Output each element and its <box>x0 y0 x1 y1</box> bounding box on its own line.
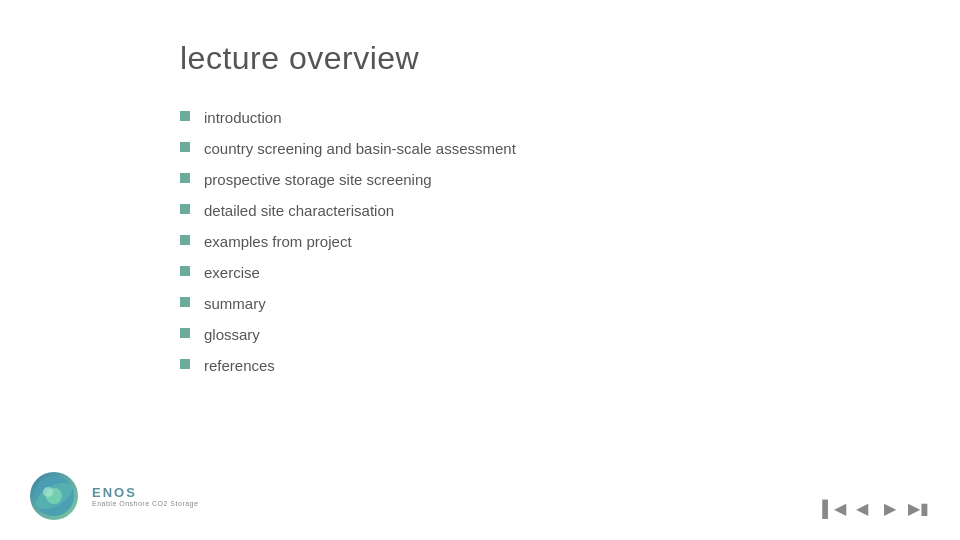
logo-icon <box>32 474 76 518</box>
logo-area: ENOS Enable Onshore CO2 Storage <box>30 472 198 520</box>
bullet-icon <box>180 173 190 183</box>
bullet-icon <box>180 111 190 121</box>
nav-prev-button[interactable]: ◀ <box>850 496 874 520</box>
bullet-icon <box>180 235 190 245</box>
nav-last-button[interactable]: ▶▮ <box>906 496 930 520</box>
logo-subtitle: Enable Onshore CO2 Storage <box>92 500 198 507</box>
bullet-text: examples from project <box>204 231 352 252</box>
bullet-item: examples from project <box>180 231 900 252</box>
bullet-icon <box>180 328 190 338</box>
bullet-item: references <box>180 355 900 376</box>
svg-point-3 <box>43 487 53 497</box>
bullet-item: summary <box>180 293 900 314</box>
bullet-text: exercise <box>204 262 260 283</box>
bullet-text: glossary <box>204 324 260 345</box>
bullet-icon <box>180 359 190 369</box>
bullet-item: country screening and basin-scale assess… <box>180 138 900 159</box>
bullet-text: prospective storage site screening <box>204 169 432 190</box>
slide: lecture overview introductioncountry scr… <box>0 0 960 540</box>
bullet-item: exercise <box>180 262 900 283</box>
bullet-icon <box>180 142 190 152</box>
bullet-text: summary <box>204 293 266 314</box>
bullet-icon <box>180 266 190 276</box>
bullet-text: introduction <box>204 107 282 128</box>
bullet-icon <box>180 297 190 307</box>
bullet-text: country screening and basin-scale assess… <box>204 138 516 159</box>
nav-next-button[interactable]: ▶ <box>878 496 902 520</box>
logo-circle <box>30 472 78 520</box>
bullet-item: introduction <box>180 107 900 128</box>
slide-title: lecture overview <box>180 40 900 77</box>
bullet-item: glossary <box>180 324 900 345</box>
bullet-list: introductioncountry screening and basin-… <box>180 107 900 386</box>
logo-text-area: ENOS Enable Onshore CO2 Storage <box>92 485 198 507</box>
bullet-text: detailed site characterisation <box>204 200 394 221</box>
bullet-text: references <box>204 355 275 376</box>
logo-name: ENOS <box>92 485 198 500</box>
bullet-icon <box>180 204 190 214</box>
bullet-item: prospective storage site screening <box>180 169 900 190</box>
nav-first-button[interactable]: ▌◀ <box>822 496 846 520</box>
bullet-item: detailed site characterisation <box>180 200 900 221</box>
nav-buttons: ▌◀ ◀ ▶ ▶▮ <box>822 496 930 520</box>
